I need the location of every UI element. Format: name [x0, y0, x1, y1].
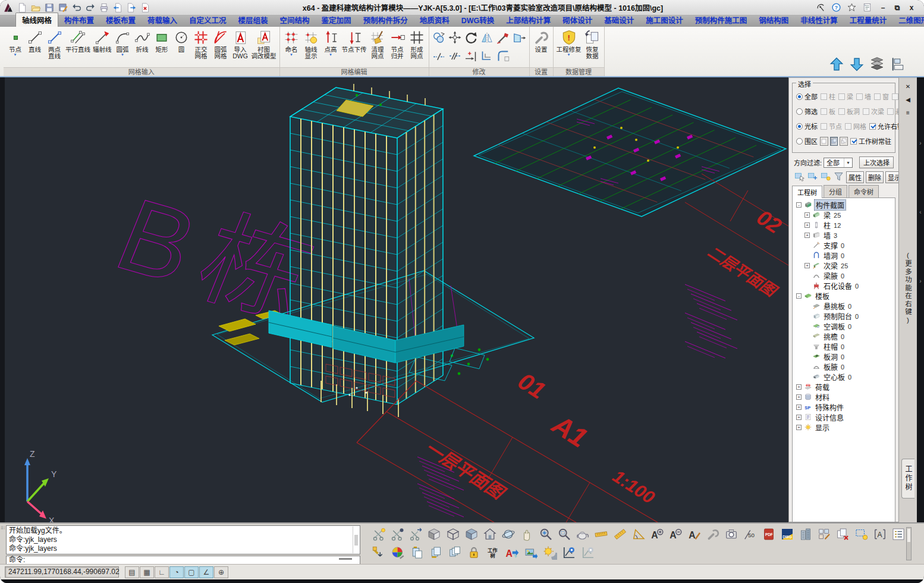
model-view[interactable]: B栋02二层平面图01A11:100一层平面图ZYX [5, 77, 788, 522]
ribbon-button-圆弧[interactable]: 圆弧▼ [113, 28, 133, 58]
paste-two-button[interactable] [428, 545, 444, 560]
ribbon-button-工程修复[interactable]: !工程修复▼ [555, 28, 583, 58]
checkbox-板[interactable] [821, 108, 827, 115]
block-brush-button[interactable] [817, 526, 832, 542]
ribbon-button-m-erase[interactable] [496, 30, 510, 46]
command-input[interactable]: 命令: [6, 556, 360, 565]
ribbon-button-平行直线[interactable]: 平行直线 [64, 28, 92, 54]
home-view-button[interactable] [482, 526, 497, 542]
orbit-button[interactable] [501, 526, 516, 542]
tab-轴线网格[interactable]: 轴线网格 [15, 12, 58, 27]
ribbon-button-正交网格[interactable]: 正交网格 [191, 28, 211, 60]
tab-上部结构计算[interactable]: 上部结构计算 [500, 13, 557, 27]
ribbon-button-设置[interactable]: 设置 [532, 28, 551, 54]
select-mode-crossing-button[interactable] [830, 137, 838, 146]
angle-50-button[interactable]: 50 [743, 526, 758, 542]
grid-toggle[interactable]: ▤ [125, 566, 139, 578]
expand-icon[interactable]: + [796, 405, 802, 410]
tab-荷载输入[interactable]: 荷载输入 [142, 13, 183, 27]
tree-item-梁[interactable]: +梁25 [793, 210, 895, 220]
tree-item-显示[interactable]: +显示 [793, 422, 895, 432]
rect-tip-button[interactable] [854, 526, 869, 542]
tab-砌体设计[interactable]: 砌体设计 [557, 13, 598, 27]
osnap-toggle[interactable]: ▢ [184, 566, 199, 578]
zoom-extents-button[interactable] [538, 526, 553, 542]
story-down-button[interactable] [849, 57, 865, 74]
radio-筛选[interactable] [796, 108, 803, 115]
sel-remove-button[interactable] [820, 171, 831, 183]
panel-tab-工程树[interactable]: 工程树 [792, 186, 822, 198]
panel-action-属性[interactable]: 属性 [846, 171, 864, 183]
tree-item-特殊构件[interactable]: +SP特殊构件 [793, 402, 895, 412]
ribbon-button-矩形[interactable]: 矩形 [152, 28, 172, 54]
tab-预制构件施工图[interactable]: 预制构件施工图 [689, 13, 753, 27]
tree-item-楼板[interactable]: -楼板 [793, 291, 895, 301]
ribbon-button-点高[interactable]: 点高▼ [321, 28, 341, 58]
panel-tab-分组[interactable]: 分组 [824, 185, 847, 198]
text-shrink-button[interactable]: A [668, 526, 683, 542]
checkbox-节点[interactable] [821, 123, 827, 130]
grab-tool-button[interactable] [371, 545, 386, 560]
cube-solid-button[interactable] [464, 526, 479, 542]
ribbon-button-恢复数据[interactable]: 恢复数据 [583, 28, 602, 60]
favorites-button[interactable] [846, 2, 857, 14]
ribbon-button-圆[interactable]: 圆 [172, 28, 191, 54]
tree-item-挑檐[interactable]: 挑檐0 [793, 331, 895, 341]
select-mode-fence-button[interactable] [840, 137, 848, 146]
radio-全部[interactable] [796, 93, 803, 100]
filter-funnel-button[interactable] [833, 171, 844, 183]
tree-item-荷载[interactable]: +荷载 [793, 382, 895, 392]
expand-icon[interactable]: + [796, 415, 802, 420]
checkbox-次梁[interactable] [863, 108, 869, 115]
checkbox-网格[interactable] [845, 123, 851, 130]
checkbox-柱[interactable] [821, 93, 827, 100]
ribbon-button-m-copy[interactable] [432, 30, 446, 46]
expand-icon[interactable]: + [804, 263, 810, 268]
page-export-button[interactable] [125, 2, 137, 14]
ribbon-button-辐射线[interactable]: 辐射线 [92, 28, 113, 54]
ribbon-button-m-break2[interactable] [448, 49, 462, 65]
expand-icon[interactable]: + [796, 394, 802, 400]
checkbox-梁[interactable] [838, 93, 845, 100]
measure-angle-button[interactable] [631, 526, 646, 542]
ribbon-button-两点直线[interactable]: 两点直线 [45, 28, 64, 60]
panel-menu-icon[interactable]: ≡ [903, 108, 913, 117]
cut-switch-button[interactable] [408, 526, 423, 542]
tree-item-墙[interactable]: +墙3 [793, 230, 895, 240]
list-view-button[interactable] [891, 526, 906, 542]
tab-地质资料[interactable]: 地质资料 [414, 13, 455, 27]
dyn-ucs-toggle[interactable]: ⊕ [214, 566, 228, 578]
pan-hand-button[interactable] [520, 526, 535, 542]
tab-楼板布置[interactable]: 楼板布置 [100, 13, 142, 27]
ribbon-button-m-stretch[interactable] [512, 30, 526, 46]
ribbon-button-节点归并[interactable]: 节点归并 [388, 28, 407, 60]
paste-three-button[interactable] [447, 545, 463, 560]
print-button[interactable] [98, 2, 110, 14]
page-import-button[interactable] [112, 2, 124, 14]
restore-button[interactable]: ⧉ [891, 2, 904, 13]
text-enlarge-button[interactable]: A [650, 526, 665, 542]
command-grip[interactable]: ⣿⣿ [1, 526, 5, 562]
panel-close-button[interactable]: ✕ [903, 82, 913, 91]
ribbon-button-m-fillet[interactable] [496, 49, 510, 65]
ribbon-button-形成网点[interactable]: 形成网点 [407, 28, 427, 60]
render-teapot-button[interactable] [576, 526, 590, 542]
cut-day-button[interactable] [371, 526, 386, 542]
lock-button[interactable] [466, 545, 482, 560]
cube-shaded-button[interactable] [427, 526, 442, 542]
expand-icon[interactable]: + [804, 222, 810, 228]
tree-item-板洞[interactable]: 板洞0 [793, 352, 895, 362]
checkbox-板洞[interactable] [838, 108, 845, 115]
panel-dock-icon[interactable]: ◀ [903, 95, 913, 104]
close-button[interactable]: x [905, 2, 918, 13]
ribbon-button-衬图调改模型[interactable]: 衬图调改模型 [250, 28, 278, 60]
expand-icon[interactable]: + [796, 425, 802, 430]
text-style-button[interactable]: A [687, 526, 702, 542]
tree-item-设计信息[interactable]: +设计信息 [793, 412, 895, 422]
text-frame-button[interactable]: A [872, 526, 887, 542]
panel-tab-命令树[interactable]: 命令树 [848, 185, 879, 198]
ribbon-button-m-break1[interactable] [432, 49, 446, 65]
copy-delete-button[interactable] [835, 526, 850, 542]
panel-action-删除[interactable]: 删除 [866, 171, 884, 183]
ribbon-button-节点下传[interactable]: 节点下传 [341, 28, 368, 54]
